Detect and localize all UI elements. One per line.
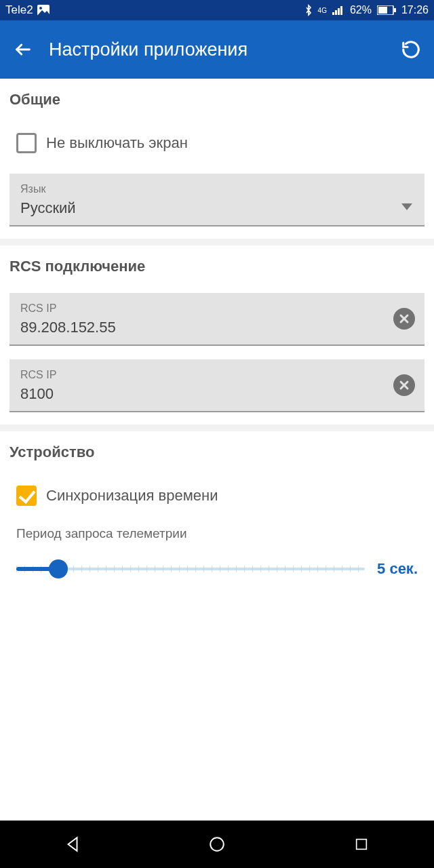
section-rcs-title: RCS подключение: [0, 245, 434, 279]
rcs-port-value: 8100: [20, 385, 414, 403]
carrier-label: Tele2: [5, 3, 33, 17]
keep-screen-checkbox-row[interactable]: Не выключать экран: [0, 113, 434, 160]
nav-recents-button[interactable]: [341, 831, 382, 858]
section-general: Общие Не выключать экран Язык Русский: [0, 79, 434, 239]
section-general-title: Общие: [0, 79, 434, 113]
rcs-ip-value: 89.208.152.55: [20, 319, 414, 336]
page-title: Настройки приложения: [49, 39, 385, 60]
nav-back-button[interactable]: [52, 831, 93, 858]
svg-rect-5: [340, 6, 342, 15]
time-sync-checkbox[interactable]: [16, 486, 37, 506]
language-value: Русский: [20, 199, 414, 217]
section-device-title: Устройство: [0, 431, 434, 465]
signal-icon: [332, 5, 344, 15]
clock: 17:26: [401, 4, 429, 16]
image-icon: [37, 5, 50, 16]
clear-port-button[interactable]: [393, 374, 415, 396]
svg-rect-8: [394, 8, 396, 12]
rcs-port-field[interactable]: RCS IP 8100: [9, 359, 425, 412]
svg-rect-10: [357, 840, 367, 850]
telemetry-slider-block: Период запроса телеметрии 5 сек.: [0, 513, 434, 578]
svg-rect-3: [335, 10, 337, 15]
clear-ip-button[interactable]: [393, 308, 415, 330]
section-rcs: RCS подключение RCS IP 89.208.152.55 RCS…: [0, 245, 434, 425]
telemetry-caption: Период запроса телеметрии: [16, 526, 418, 541]
section-device: Устройство Синхронизация времени Период …: [0, 431, 434, 590]
telemetry-slider[interactable]: [16, 561, 365, 577]
bluetooth-icon: [304, 4, 313, 16]
rcs-ip-field[interactable]: RCS IP 89.208.152.55: [9, 293, 425, 346]
svg-point-9: [210, 837, 224, 851]
time-sync-checkbox-row[interactable]: Синхронизация времени: [0, 465, 434, 513]
svg-rect-2: [332, 12, 334, 15]
network-4g-icon: 4G: [318, 7, 327, 14]
language-select[interactable]: Язык Русский: [9, 174, 425, 226]
app-bar: Настройки приложения: [0, 20, 434, 79]
keep-screen-label: Не выключать экран: [46, 134, 188, 152]
battery-percent: 62%: [350, 4, 372, 16]
chevron-down-icon: [401, 201, 412, 213]
nav-home-button[interactable]: [197, 831, 237, 858]
telemetry-value: 5 сек.: [377, 560, 418, 578]
rcs-port-label: RCS IP: [20, 369, 414, 381]
reset-button[interactable]: [400, 39, 422, 60]
svg-rect-4: [338, 8, 340, 15]
system-nav-bar: [0, 821, 434, 868]
svg-rect-7: [378, 7, 387, 14]
content: Общие Не выключать экран Язык Русский RC…: [0, 79, 434, 821]
back-button[interactable]: [12, 39, 34, 60]
language-label: Язык: [20, 183, 414, 195]
keep-screen-checkbox[interactable]: [16, 133, 37, 153]
battery-icon: [377, 5, 396, 15]
status-bar: Tele2 4G 62% 17:26: [0, 0, 434, 20]
svg-point-1: [39, 7, 42, 9]
rcs-ip-label: RCS IP: [20, 302, 414, 315]
time-sync-label: Синхронизация времени: [46, 487, 218, 505]
